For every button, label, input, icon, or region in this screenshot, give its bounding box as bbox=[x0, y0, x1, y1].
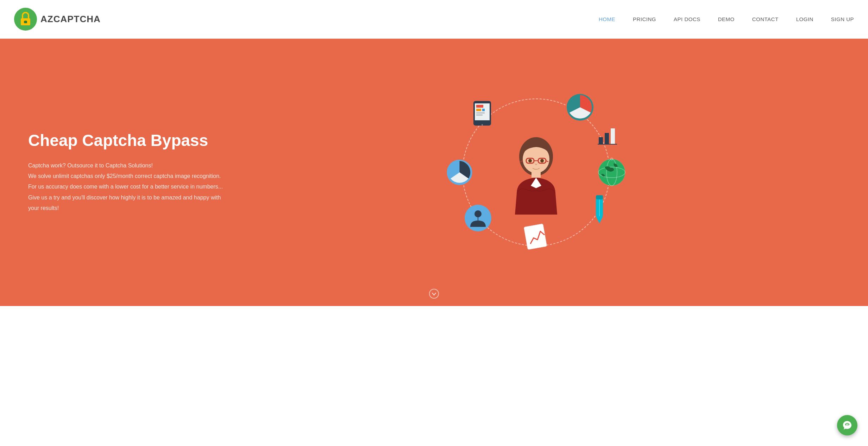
nav-item-demo[interactable]: DEMO bbox=[718, 16, 735, 23]
globe-icon-bubble bbox=[596, 157, 628, 188]
svg-rect-7 bbox=[476, 109, 481, 111]
svg-rect-24 bbox=[596, 195, 603, 199]
tablet-icon-bubble bbox=[470, 99, 498, 127]
logo-text: AZCAPTCHA bbox=[40, 14, 101, 25]
nav-link-demo[interactable]: DEMO bbox=[718, 16, 735, 22]
hero-title: Cheap Captcha Bypass bbox=[28, 131, 232, 150]
document-icon-bubble bbox=[522, 222, 550, 250]
nav-link-login[interactable]: LOGIN bbox=[796, 16, 813, 22]
piechart2-svg bbox=[445, 158, 474, 187]
navbar: AZCAPTCHA HOME PRICING API DOCS DEMO CON… bbox=[0, 0, 868, 39]
person-svg bbox=[464, 204, 492, 232]
hero-desc-line3: For us accuracy does come with a lower c… bbox=[28, 184, 223, 190]
svg-rect-14 bbox=[605, 133, 609, 144]
svg-rect-13 bbox=[599, 137, 603, 144]
nav-item-login[interactable]: LOGIN bbox=[796, 16, 813, 23]
piechart-icon-bubble bbox=[564, 91, 596, 123]
svg-rect-8 bbox=[482, 109, 485, 111]
logo-icon bbox=[14, 8, 37, 31]
barchart-icon-bubble bbox=[596, 123, 621, 148]
hero-text: Cheap Captcha Bypass Captcha work? Outso… bbox=[28, 131, 232, 214]
nav-link-signup[interactable]: SIGN UP bbox=[831, 16, 854, 22]
nav-link-home[interactable]: HOME bbox=[599, 16, 615, 22]
svg-point-42 bbox=[528, 159, 532, 163]
hero-desc-line4: Give us a try and you'll discover how hi… bbox=[28, 195, 221, 211]
svg-rect-6 bbox=[476, 105, 483, 108]
hero-section: Cheap Captcha Bypass Captcha work? Outso… bbox=[0, 39, 868, 306]
nav-link-contact[interactable]: CONTACT bbox=[752, 16, 779, 22]
svg-point-28 bbox=[474, 210, 482, 217]
hero-desc-line2: We solve unlimit captchas only $25/month… bbox=[28, 173, 221, 179]
nav-item-pricing[interactable]: PRICING bbox=[633, 16, 656, 23]
pen-icon-bubble bbox=[589, 193, 610, 225]
nav-link-pricing[interactable]: PRICING bbox=[633, 16, 656, 22]
globe-svg bbox=[596, 157, 628, 188]
svg-rect-10 bbox=[476, 114, 483, 116]
svg-point-3 bbox=[25, 21, 26, 23]
nav-link-apidocs[interactable]: API DOCS bbox=[674, 16, 700, 22]
nav-item-apidocs[interactable]: API DOCS bbox=[674, 16, 700, 23]
svg-point-11 bbox=[482, 124, 483, 126]
logo-area[interactable]: AZCAPTCHA bbox=[14, 8, 101, 31]
hero-description: Captcha work? Outsource it to Captcha So… bbox=[28, 160, 232, 214]
svg-rect-26 bbox=[524, 224, 547, 250]
nav-item-contact[interactable]: CONTACT bbox=[752, 16, 779, 23]
nav-links: HOME PRICING API DOCS DEMO CONTACT LOGIN… bbox=[599, 16, 854, 23]
nav-item-home[interactable]: HOME bbox=[599, 16, 615, 23]
scroll-down-icon bbox=[429, 288, 439, 299]
tablet-svg bbox=[470, 99, 498, 127]
central-figure-svg bbox=[501, 130, 571, 215]
pen-svg bbox=[589, 193, 610, 225]
piechart2-icon-bubble bbox=[445, 158, 474, 187]
svg-marker-23 bbox=[596, 216, 603, 223]
hero-desc-line1: Captcha work? Outsource it to Captcha So… bbox=[28, 163, 153, 168]
hero-illustration bbox=[232, 74, 840, 271]
central-figure bbox=[501, 130, 571, 215]
document-svg bbox=[522, 222, 550, 250]
svg-point-44 bbox=[429, 289, 439, 298]
svg-rect-9 bbox=[476, 112, 485, 114]
svg-rect-15 bbox=[611, 128, 615, 144]
piechart-svg bbox=[564, 91, 596, 123]
svg-point-43 bbox=[540, 159, 544, 163]
scroll-indicator[interactable] bbox=[429, 288, 439, 299]
person-icon-bubble bbox=[464, 204, 492, 232]
nav-item-signup[interactable]: SIGN UP bbox=[831, 16, 854, 23]
barchart-svg bbox=[596, 123, 621, 148]
illustration-container bbox=[445, 81, 628, 264]
